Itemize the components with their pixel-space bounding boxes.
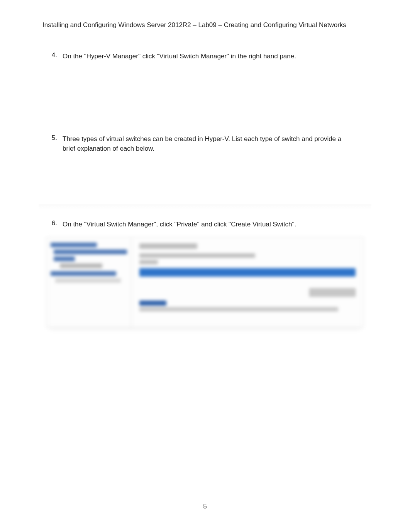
content-divider bbox=[0, 204, 410, 209]
list-item-text: On the "Virtual Switch Manager", click "… bbox=[63, 219, 356, 229]
list-item-text: Three types of virtual switches can be c… bbox=[63, 134, 356, 154]
list-item: 6. On the "Virtual Switch Manager", clic… bbox=[51, 219, 356, 229]
document-page: Installing and Configuring Windows Serve… bbox=[0, 0, 410, 532]
instruction-list: 4. On the "Hyper-V Manager" click "Virtu… bbox=[51, 51, 356, 204]
list-item-number: 6. bbox=[51, 219, 63, 229]
page-number: 5 bbox=[0, 503, 410, 510]
list-item: 5. Three types of virtual switches can b… bbox=[51, 134, 356, 154]
list-item-number: 5. bbox=[51, 134, 63, 154]
instruction-list-continued: 6. On the "Virtual Switch Manager", clic… bbox=[51, 217, 356, 229]
screenshot-blurred-dialog bbox=[46, 237, 364, 328]
dialog-left-panel bbox=[47, 237, 132, 327]
answer-space bbox=[51, 69, 356, 134]
list-item: 4. On the "Hyper-V Manager" click "Virtu… bbox=[51, 51, 356, 61]
list-item-number: 4. bbox=[51, 51, 63, 61]
answer-space bbox=[51, 161, 356, 204]
dialog-right-panel bbox=[132, 237, 363, 327]
list-item-text: On the "Hyper-V Manager" click "Virtual … bbox=[63, 51, 356, 61]
page-header: Installing and Configuring Windows Serve… bbox=[42, 21, 371, 29]
